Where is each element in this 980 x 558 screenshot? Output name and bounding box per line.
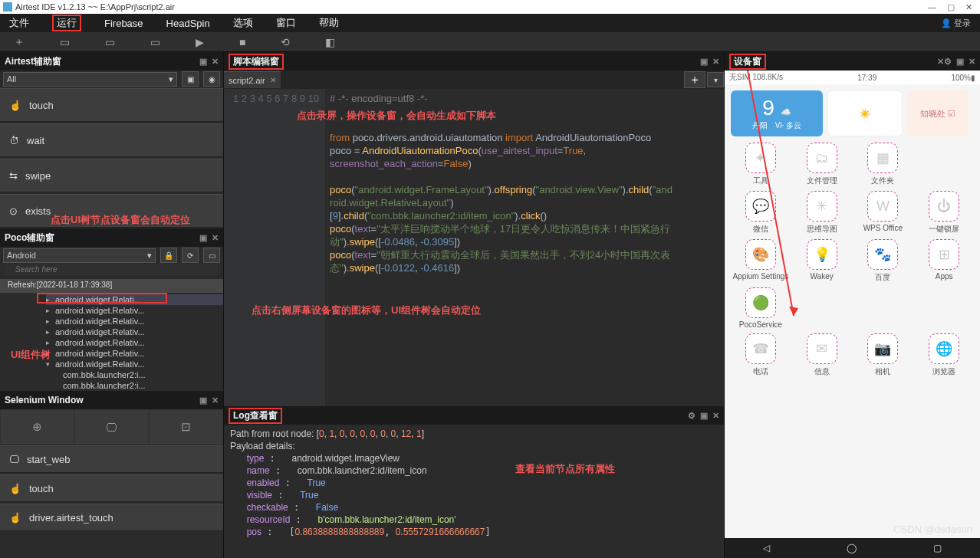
undock-icon[interactable]: ▣ xyxy=(199,396,207,405)
tab-menu-icon[interactable]: ▾ xyxy=(707,72,724,87)
tool-saveall-icon[interactable]: ▭ xyxy=(150,36,160,48)
menu-options[interactable]: 选项 xyxy=(233,16,253,30)
sel-startweb[interactable]: 🖵start_web xyxy=(0,445,223,473)
editor-panel-title: 脚本编辑窗 xyxy=(229,54,284,70)
close-panel-icon[interactable]: ✕ xyxy=(212,396,219,405)
tool-bar: ＋ ▭ ▭ ▭ ▶ ■ ⟲ ◧ xyxy=(0,32,980,52)
undock-icon[interactable]: ▣ xyxy=(700,57,708,67)
app-icon[interactable]: ⏻一键锁屏 xyxy=(914,191,974,235)
poco-search-input[interactable] xyxy=(5,264,219,275)
app-icon[interactable] xyxy=(914,287,974,329)
minimize-icon[interactable]: — xyxy=(928,2,936,12)
app-icon[interactable]: 🗂文件管理 xyxy=(792,143,852,186)
poco-lock-icon[interactable]: 🔒 xyxy=(160,248,177,263)
widget-card[interactable]: ☀️ xyxy=(827,90,903,136)
tree-node[interactable]: android.widget.Relativ... xyxy=(55,359,145,369)
phone-navbar[interactable]: ◁ ◯ ▢ xyxy=(725,538,980,558)
sel-window-icon[interactable]: 🖵 xyxy=(74,409,149,445)
tab-close-icon[interactable]: ✕ xyxy=(270,76,276,84)
filter-icon[interactable]: ⚙ xyxy=(688,411,696,421)
undock-icon[interactable]: ▣ xyxy=(956,57,964,67)
chevron-down-icon: ▾ xyxy=(169,74,173,84)
code-body[interactable]: # -*- encoding=utf8 -*- from poco.driver… xyxy=(325,89,677,406)
app-icon[interactable]: ✳思维导图 xyxy=(792,191,852,235)
app-icon[interactable]: ▦文件夹 xyxy=(853,143,913,186)
sel-rec-icon[interactable]: ⊡ xyxy=(149,409,223,445)
menu-run[interactable]: 运行 xyxy=(52,15,81,31)
tool-save-icon[interactable]: ▭ xyxy=(105,36,115,48)
tool-run-icon[interactable]: ▶ xyxy=(196,36,204,48)
menu-headspin[interactable]: HeadSpin xyxy=(166,18,210,29)
sel-touch[interactable]: ☝touch xyxy=(0,474,223,502)
app-icon[interactable]: ☎电话 xyxy=(731,333,791,377)
undock-icon[interactable]: ▣ xyxy=(199,233,207,243)
menu-firebase[interactable]: Firebase xyxy=(104,18,143,29)
app-icon[interactable]: 🎨Appium Settings xyxy=(731,239,791,283)
app-icon[interactable]: WWPS Office xyxy=(853,191,913,235)
add-tab-button[interactable]: ＋ xyxy=(684,71,705,88)
close-icon[interactable]: ✕ xyxy=(965,2,972,12)
tree-node[interactable]: android.widget.Relati... xyxy=(55,295,141,304)
code-editor[interactable]: 1 2 3 4 5 6 7 8 9 10 # -*- encoding=utf8… xyxy=(224,89,724,406)
sel-airtest-touch[interactable]: ☝driver.airtest_touch xyxy=(0,504,223,531)
tool-report-icon[interactable]: ⟲ xyxy=(281,36,290,48)
log-body[interactable]: Path from root node: [0, 1, 0, 0, 0, 0, … xyxy=(224,425,724,558)
app-icon[interactable]: 🌐浏览器 xyxy=(914,333,974,377)
menu-window[interactable]: 窗口 xyxy=(276,16,296,30)
capture-icon[interactable]: ◉ xyxy=(203,71,220,87)
login-button[interactable]: 👤 登录 xyxy=(941,18,971,29)
app-icon[interactable]: ✦工具 xyxy=(731,143,791,186)
undock-icon[interactable]: ▣ xyxy=(199,57,207,67)
menu-file[interactable]: 文件 xyxy=(9,16,29,30)
tool-open-icon[interactable]: ▭ xyxy=(60,36,70,48)
back-icon[interactable]: ◁ xyxy=(763,543,770,553)
op-touch[interactable]: ☝touch xyxy=(0,88,223,122)
sel-globe-icon[interactable]: ⊕ xyxy=(0,409,74,445)
settings-icon[interactable]: ✕⚙ xyxy=(937,57,952,67)
app-icon[interactable]: ⊞Apps xyxy=(914,239,974,283)
op-wait[interactable]: ⏱wait xyxy=(0,123,223,157)
app-icon[interactable] xyxy=(792,287,852,329)
recent-icon[interactable]: ▢ xyxy=(933,543,942,553)
tree-node[interactable]: android.widget.Relativ... xyxy=(55,338,145,347)
tool-new-icon[interactable]: ＋ xyxy=(14,35,25,49)
app-icon[interactable]: 🟢PocoService xyxy=(731,287,791,329)
home-icon[interactable]: ◯ xyxy=(847,543,857,553)
app-icon[interactable] xyxy=(853,287,913,329)
close-panel-icon[interactable]: ✕ xyxy=(212,57,219,67)
app-icon[interactable]: ✉信息 xyxy=(792,333,852,377)
app-icon[interactable]: 💬微信 xyxy=(731,191,791,235)
annotation: 点击录屏，操作设备窗，会自动生成如下脚本 xyxy=(297,109,496,122)
ui-tree[interactable]: ▸android.widget.Relati... ▸android.widge… xyxy=(0,293,223,391)
airtest-filter-combo[interactable]: All▾ xyxy=(3,72,177,87)
tree-node[interactable]: android.widget.Relativ... xyxy=(55,317,145,326)
menu-help[interactable]: 帮助 xyxy=(319,16,339,30)
tree-node[interactable]: android.widget.Relativ... xyxy=(55,306,145,315)
widget-card[interactable]: 知晓处 ☑ xyxy=(907,90,968,136)
app-icon[interactable]: 🐾百度 xyxy=(853,239,913,283)
tree-node[interactable]: android.widget.Relativ... xyxy=(55,327,145,336)
device-screen[interactable]: 无SIM 108.8K/s 17:39 100%▮ 9☁️ 丹阳 Vi· 多云 … xyxy=(725,71,980,558)
web-icon: 🖵 xyxy=(9,454,19,465)
tree-node[interactable]: android.widget.Relativ... xyxy=(55,349,145,358)
close-panel-icon[interactable]: ✕ xyxy=(712,411,719,421)
app-icon[interactable] xyxy=(914,143,974,186)
tree-node[interactable]: com.bbk.launcher2:i... xyxy=(63,381,146,390)
tree-node[interactable]: com.bbk.launcher2:i... xyxy=(63,370,146,379)
close-panel-icon[interactable]: ✕ xyxy=(212,233,219,243)
record-icon[interactable]: ▣ xyxy=(182,71,199,87)
tool-stop-icon[interactable]: ■ xyxy=(239,36,245,48)
app-icon[interactable]: 📷相机 xyxy=(853,333,913,377)
op-swipe[interactable]: ⇆swipe xyxy=(0,159,223,192)
close-panel-icon[interactable]: ✕ xyxy=(712,57,719,67)
tool-layout-icon[interactable]: ◧ xyxy=(325,36,335,48)
poco-inspect-icon[interactable]: ▭ xyxy=(203,248,220,263)
close-panel-icon[interactable]: ✕ xyxy=(968,57,975,67)
app-icon[interactable]: 💡Wakey xyxy=(792,239,852,283)
maximize-icon[interactable]: ▢ xyxy=(947,2,955,12)
editor-tab[interactable]: script2.air✕ xyxy=(224,71,281,88)
poco-mode-combo[interactable]: Android▾ xyxy=(3,248,156,263)
poco-refresh-icon[interactable]: ⟳ xyxy=(182,248,199,263)
weather-card[interactable]: 9☁️ 丹阳 Vi· 多云 xyxy=(731,90,823,136)
undock-icon[interactable]: ▣ xyxy=(700,411,708,421)
